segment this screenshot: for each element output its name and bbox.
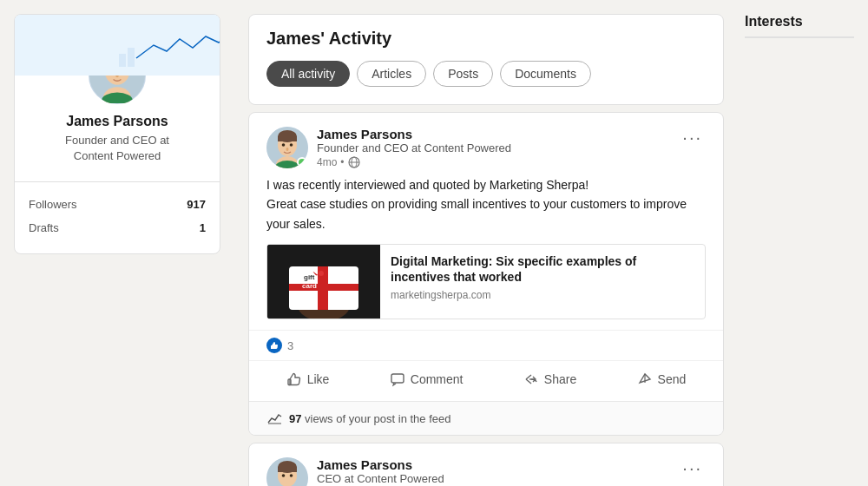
followers-label: Followers (29, 198, 77, 211)
profile-divider (15, 181, 220, 182)
post-avatar-1 (266, 127, 308, 168)
right-sidebar: Interests (738, 0, 868, 486)
svg-point-41 (282, 474, 286, 477)
post-meta-1: 4mo • (317, 156, 511, 168)
link-preview-image-1: gift card (267, 245, 380, 319)
post-author-title-2: CEO at Content Powered (317, 472, 444, 485)
post-author-name-1[interactable]: James Parsons (317, 127, 511, 141)
svg-point-42 (290, 474, 293, 477)
followers-count: 917 (187, 198, 206, 211)
post-author-title-1: Founder and CEO at Content Powered (317, 141, 511, 154)
followers-row: Followers 917 (29, 193, 206, 216)
online-indicator (297, 157, 307, 167)
filter-tabs: All activity Articles Posts Documents (266, 61, 706, 87)
post-visibility-icon (348, 156, 360, 168)
drafts-count: 1 (200, 221, 206, 234)
tab-documents[interactable]: Documents (500, 61, 591, 87)
activity-header-section: James' Activity All activity Articles Po… (248, 14, 724, 105)
profile-stats: Followers 917 Drafts 1 (15, 189, 220, 243)
post-author-details-2: James Parsons CEO at Content Powered (317, 457, 444, 485)
link-preview-url-1: marketingsherpa.com (391, 289, 694, 301)
like-icon (286, 371, 302, 387)
interests-divider (745, 36, 854, 38)
post-avatar-2 (266, 457, 308, 486)
svg-rect-32 (271, 345, 273, 349)
like-button-1[interactable]: Like (273, 364, 344, 394)
svg-point-19 (286, 148, 289, 151)
banner-chart (15, 15, 220, 76)
post-actions-1: Like Comment Share (249, 360, 723, 401)
post-header-1: James Parsons Founder and CEO at Content… (249, 113, 723, 175)
profile-info: James Parsons Founder and CEO atContent … (15, 114, 220, 174)
tab-all-activity[interactable]: All activity (266, 61, 350, 87)
views-chart-icon (266, 410, 282, 426)
link-preview-title-1: Digital Marketing: Six specific examples… (391, 253, 694, 285)
post-menu-button-1[interactable]: ··· (679, 127, 706, 148)
post-reactions-1: 3 (249, 330, 723, 360)
post-card-2: James Parsons CEO at Content Powered ··· (248, 443, 724, 486)
comment-button-1[interactable]: Comment (376, 364, 477, 394)
svg-rect-16 (278, 136, 297, 141)
send-icon (637, 371, 653, 387)
activity-title: James' Activity (266, 29, 706, 49)
profile-title: Founder and CEO atContent Powered (29, 133, 206, 164)
post-body-1: I was recently interviewed and quoted by… (249, 175, 723, 244)
svg-text:card: card (302, 282, 317, 290)
comment-icon (390, 371, 405, 387)
profile-name: James Parsons (29, 114, 206, 129)
views-count: 97 (289, 412, 301, 425)
svg-rect-34 (391, 374, 404, 383)
svg-point-29 (319, 271, 324, 276)
gift-card-visual: gift card (267, 245, 380, 319)
share-button-1[interactable]: Share (510, 364, 590, 394)
left-sidebar: James Parsons Founder and CEO atContent … (0, 0, 234, 486)
thumbs-up-reaction (266, 338, 282, 353)
post-author-info-1: James Parsons Founder and CEO at Content… (266, 127, 511, 168)
link-preview-content-1: Digital Marketing: Six specific examples… (380, 245, 705, 319)
post-avatar-image-2 (266, 457, 308, 486)
views-text: views of your post in the feed (305, 412, 450, 425)
svg-rect-40 (278, 467, 297, 472)
share-icon (523, 371, 539, 387)
profile-card: James Parsons Founder and CEO atContent … (14, 14, 220, 254)
profile-banner (15, 15, 220, 76)
post-menu-button-2[interactable]: ··· (679, 457, 706, 478)
post-author-details-1: James Parsons Founder and CEO at Content… (317, 127, 511, 168)
tab-posts[interactable]: Posts (433, 61, 493, 87)
post-views-1: 97 views of your post in the feed (249, 401, 723, 435)
gift-card-svg: gift card (267, 245, 380, 319)
send-button-1[interactable]: Send (623, 364, 700, 394)
post-author-info-2: James Parsons CEO at Content Powered (266, 457, 444, 486)
svg-rect-1 (119, 54, 126, 67)
tab-articles[interactable]: Articles (357, 61, 426, 87)
reaction-count-1: 3 (287, 339, 293, 352)
post-author-name-2[interactable]: James Parsons (317, 457, 444, 472)
post-card-1: James Parsons Founder and CEO at Content… (248, 112, 724, 436)
thumbs-up-icon (270, 341, 279, 350)
main-content: James' Activity All activity Articles Po… (234, 0, 738, 486)
svg-point-17 (282, 143, 286, 147)
interests-title: Interests (745, 14, 854, 30)
drafts-label: Drafts (29, 221, 59, 234)
svg-rect-2 (128, 48, 135, 67)
post-link-preview-1[interactable]: gift card Digital Marketing: Six specifi… (266, 244, 706, 319)
drafts-row: Drafts 1 (29, 216, 206, 240)
svg-point-18 (290, 143, 293, 147)
svg-text:gift: gift (304, 273, 315, 281)
